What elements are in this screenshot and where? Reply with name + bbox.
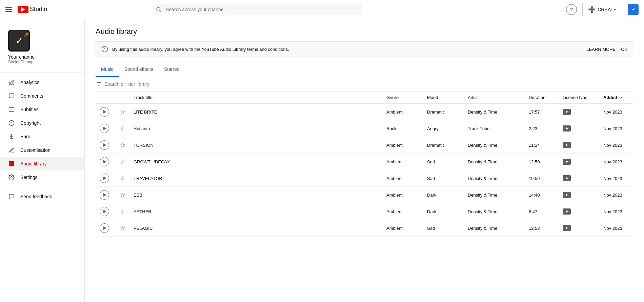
star-button[interactable]: ☆ [120,125,125,132]
sidebar-item-send-feedback[interactable]: Send feedback [0,190,84,203]
play-button[interactable] [100,140,109,150]
ok-button[interactable]: OK [621,47,627,52]
customisation-label: Customisation [20,147,76,153]
sidebar-item-customisation[interactable]: Customisation [0,143,84,157]
youtube-license-icon[interactable] [563,175,571,181]
edit-icon [8,147,15,154]
star-button[interactable]: ☆ [120,175,125,182]
sidebar-item-copyright[interactable]: C Copyright [0,116,84,130]
duration-cell: 12:58 [525,220,559,237]
svg-rect-4 [11,81,12,84]
create-label: CREATE [598,7,617,12]
youtube-license-icon[interactable] [563,142,571,148]
subtitles-icon [8,106,15,113]
youtube-license-icon[interactable] [563,159,571,165]
play-button[interactable] [100,157,109,166]
star-button[interactable]: ☆ [120,158,125,165]
tab-sound-effects[interactable]: Sound effects [119,62,159,77]
license-cell [559,120,599,137]
mood-cell: Sad [423,220,464,237]
star-cell: ☆ [116,154,129,170]
track-title-cell: Hotlanta [129,120,382,137]
col-artist: Artist [464,92,525,104]
main-layout: ✓ ↗ Your channel Social Champ Analytics [0,19,644,302]
added-cell: Nov 2023 [599,104,633,120]
track-title-cell: AETHER [129,203,382,220]
star-button[interactable]: ☆ [120,108,125,116]
channel-subtitle: Social Champ [8,60,76,64]
search-input[interactable] [152,4,362,15]
filter-icon [96,81,102,87]
col-added[interactable]: Added [599,92,633,104]
duration-cell: 8:47 [525,203,559,220]
play-cell [96,154,116,170]
play-button[interactable] [100,124,109,133]
divider-1 [0,73,84,73]
genre-cell: Rock [382,120,423,137]
license-cell [559,137,599,154]
play-button[interactable] [100,107,109,117]
play-button[interactable] [100,207,109,216]
star-button[interactable]: ☆ [120,141,125,149]
star-cell: ☆ [116,203,129,220]
star-button[interactable]: ☆ [120,191,125,199]
table-row: ☆ TRAVELATOR Ambient Sad Density & Time … [96,170,633,187]
help-button[interactable]: ? [566,4,577,15]
added-cell: Nov 2023 [599,220,633,237]
duration-cell: 2:23 [525,120,559,137]
license-cell [559,187,599,203]
table-row: ☆ Hotlanta Rock Angry Track Tribe 2:23 N… [96,120,633,137]
added-cell: Nov 2023 [599,187,633,203]
sidebar-item-analytics[interactable]: Analytics [0,76,84,89]
sidebar-item-audio-library[interactable]: ♪ Audio library [0,157,84,170]
sidebar-item-earn[interactable]: Earn [0,130,84,143]
star-button[interactable]: ☆ [120,224,125,232]
arrow-icon: ↗ [23,31,29,39]
channel-section: ✓ ↗ Your channel Social Champ [0,24,84,70]
filter-bar [96,77,633,92]
logo[interactable]: Studio [18,6,47,13]
play-button[interactable] [100,174,109,183]
youtube-license-icon[interactable] [563,125,571,132]
star-button[interactable]: ☆ [120,208,125,215]
added-cell: Nov 2023 [599,154,633,170]
settings-label: Settings [20,175,76,180]
sidebar-item-subtitles[interactable]: Subtitles [0,103,84,116]
play-button[interactable] [100,223,109,233]
nav-right: ? ➕ CREATE [566,3,639,16]
channel-avatar[interactable]: ✓ ↗ [8,30,30,52]
play-button[interactable] [100,190,109,200]
mood-cell: Dramatic [423,137,464,154]
learn-more-button[interactable]: LEARN MORE [586,47,616,52]
notice-text: By using this audio library, you agree w… [112,47,582,52]
added-cell: Nov 2023 [599,170,633,187]
tab-music[interactable]: Music [96,62,119,77]
star-cell: ☆ [116,120,129,137]
avatar[interactable] [628,4,639,15]
dollar-icon [8,133,15,140]
star-cell: ☆ [116,137,129,154]
play-cell [96,170,116,187]
duration-cell: 17:57 [525,104,559,120]
library-search-input[interactable] [104,81,633,87]
youtube-license-icon[interactable] [563,192,571,198]
comment-icon [8,93,15,99]
create-button[interactable]: ➕ CREATE [582,3,622,16]
youtube-license-icon[interactable] [563,208,571,215]
youtube-license-icon[interactable] [563,109,571,115]
avatar-icon [630,6,637,13]
svg-point-14 [11,177,13,178]
feedback-icon [8,193,15,200]
youtube-license-icon[interactable] [563,225,571,231]
table-row: ☆ GROWTH/DECAY Ambient Sad Density & Tim… [96,154,633,170]
notice-bar: By using this audio library, you agree w… [96,41,633,57]
sidebar-item-comments[interactable]: Comments [0,89,84,103]
sidebar-item-settings[interactable]: Settings [0,170,84,184]
channel-name: Your channel [8,54,76,60]
tab-starred[interactable]: Starred [159,62,185,77]
table-header-row: Track title Genre Mood Artist Duration [96,92,633,104]
svg-rect-2 [630,7,636,12]
menu-button[interactable] [5,5,14,14]
svg-rect-6 [9,107,14,112]
play-cell [96,104,116,120]
